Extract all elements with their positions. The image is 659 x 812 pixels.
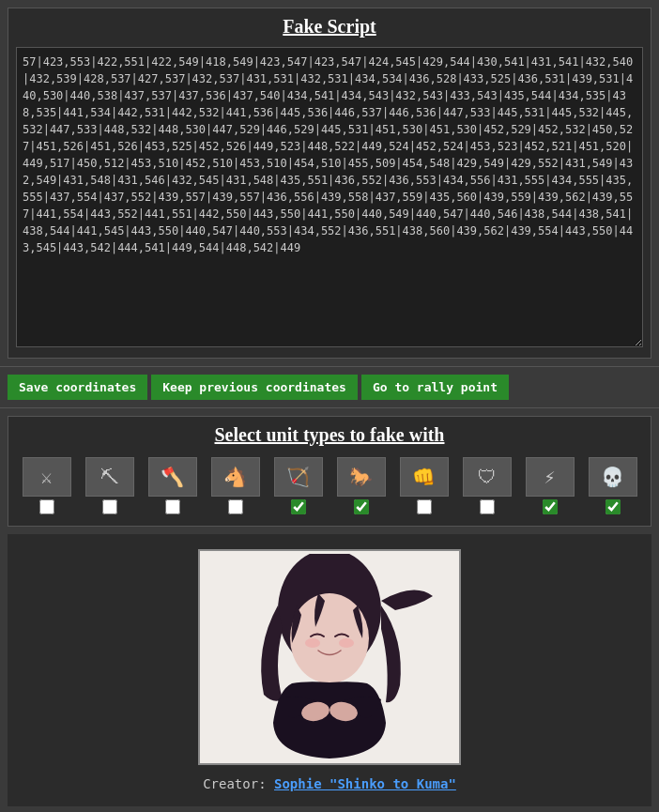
unit-cell-6: 👊 bbox=[393, 457, 454, 514]
unit-cell-0: ⚔ bbox=[16, 457, 77, 514]
unit-checkbox-6[interactable] bbox=[417, 499, 432, 514]
script-textarea[interactable] bbox=[16, 47, 643, 347]
units-title: Select unit types to fake with bbox=[16, 424, 643, 446]
unit-icon-6: 👊 bbox=[400, 457, 449, 497]
unit-icon-7: 🛡 bbox=[463, 457, 512, 497]
unit-checkbox-1[interactable] bbox=[102, 499, 117, 514]
unit-icon-1: ⛏ bbox=[85, 457, 134, 497]
save-coordinates-button[interactable]: Save coordinates bbox=[8, 375, 147, 400]
unit-cell-1: ⛏ bbox=[79, 457, 140, 514]
unit-checkbox-5[interactable] bbox=[354, 499, 369, 514]
unit-cell-7: 🛡 bbox=[456, 457, 517, 514]
unit-icon-8: ⚡ bbox=[526, 457, 575, 497]
script-title: Fake Script bbox=[16, 16, 643, 38]
creator-section: Creator: Sophie "Shinko to Kuma" bbox=[8, 534, 651, 806]
anime-character-image bbox=[198, 549, 461, 765]
unit-cell-3: 🐴 bbox=[205, 457, 266, 514]
unit-cell-4: 🏹 bbox=[268, 457, 329, 514]
svg-point-4 bbox=[305, 638, 320, 648]
unit-cell-5: 🐎 bbox=[330, 457, 391, 514]
unit-checkbox-0[interactable] bbox=[39, 499, 54, 514]
unit-icon-0: ⚔ bbox=[23, 457, 71, 497]
unit-icon-4: 🏹 bbox=[274, 457, 323, 497]
unit-checkbox-8[interactable] bbox=[543, 499, 558, 514]
buttons-row: Save coordinates Keep previous coordinat… bbox=[0, 366, 659, 408]
unit-checkbox-3[interactable] bbox=[228, 499, 243, 514]
creator-text: Creator: Sophie "Shinko to Kuma" bbox=[203, 776, 456, 791]
unit-icon-2: 🪓 bbox=[148, 457, 197, 497]
script-section: Fake Script bbox=[8, 8, 651, 359]
unit-checkbox-4[interactable] bbox=[291, 499, 306, 514]
unit-cell-8: ⚡ bbox=[519, 457, 580, 514]
creator-link[interactable]: Sophie "Shinko to Kuma" bbox=[274, 776, 456, 791]
unit-checkbox-9[interactable] bbox=[605, 499, 621, 514]
units-section: Select unit types to fake with ⚔⛏🪓🐴🏹🐎👊🛡⚡… bbox=[8, 416, 651, 527]
units-grid: ⚔⛏🪓🐴🏹🐎👊🛡⚡💀 bbox=[16, 457, 643, 514]
unit-icon-9: 💀 bbox=[589, 457, 637, 497]
unit-checkbox-2[interactable] bbox=[165, 499, 180, 514]
unit-cell-9: 💀 bbox=[582, 457, 643, 514]
unit-checkbox-7[interactable] bbox=[480, 499, 495, 514]
unit-icon-3: 🐴 bbox=[211, 457, 260, 497]
keep-coordinates-button[interactable]: Keep previous coordinates bbox=[151, 375, 358, 400]
page-wrapper: Fake Script Save coordinates Keep previo… bbox=[0, 8, 659, 806]
svg-point-5 bbox=[339, 638, 354, 648]
unit-cell-2: 🪓 bbox=[142, 457, 203, 514]
rally-point-button[interactable]: Go to rally point bbox=[361, 375, 509, 400]
unit-icon-5: 🐎 bbox=[337, 457, 386, 497]
